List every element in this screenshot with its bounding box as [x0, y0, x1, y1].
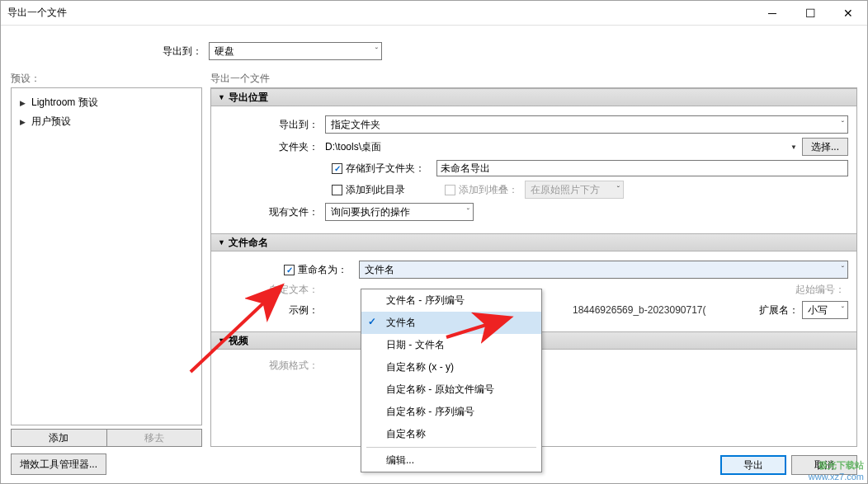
rename-checkbox[interactable]	[284, 265, 295, 275]
menu-item-selected[interactable]: ✓文件名	[361, 312, 541, 334]
chevron-down-icon: ˇ	[842, 120, 844, 129]
plugin-manager-button[interactable]: 增效工具管理器...	[11, 453, 106, 475]
stack-checkbox	[445, 185, 455, 195]
triangle-icon: ▶	[20, 118, 28, 126]
menu-item[interactable]: 自定名称 (x - y)	[361, 356, 541, 378]
choose-folder-button[interactable]: 选择...	[802, 138, 848, 156]
close-button[interactable]: ✕	[829, 1, 867, 26]
remove-preset-button[interactable]: 移去	[106, 429, 203, 447]
check-icon: ✓	[368, 316, 376, 327]
catalog-checkbox[interactable]	[332, 185, 342, 195]
presets-list: ▶ Lightroom 预设 ▶ 用户预设	[11, 87, 202, 425]
subfolder-checkbox[interactable]	[332, 163, 342, 174]
section-export-location[interactable]: ▼ 导出位置	[211, 88, 856, 106]
triangle-down-icon: ▼	[218, 93, 225, 101]
rename-dropdown[interactable]: 文件名 ˇ	[359, 261, 848, 279]
export-button[interactable]: 导出	[720, 455, 786, 475]
preset-item-user[interactable]: ▶ 用户预设	[15, 112, 198, 131]
subfolder-label: 存储到子文件夹：	[346, 162, 425, 176]
menu-item[interactable]: 自定名称	[361, 423, 541, 445]
export-to-dropdown[interactable]: 硬盘 ˇ	[209, 42, 382, 60]
menu-item[interactable]: 自定名称 - 序列编号	[361, 401, 541, 423]
right-panel-header: 导出一个文件	[210, 72, 857, 86]
window-title: 导出一个文件	[7, 6, 67, 20]
chevron-down-icon: ˇ	[842, 306, 844, 315]
triangle-down-icon[interactable]: ▼	[785, 143, 802, 151]
window-controls: ─ ☐ ✕	[753, 1, 867, 26]
existing-dropdown[interactable]: 询问要执行的操作 ˇ	[325, 203, 474, 221]
add-preset-button[interactable]: 添加	[11, 429, 106, 447]
stack-dropdown: 在原始照片下方 ˇ	[525, 181, 624, 199]
menu-item[interactable]: 文件名 - 序列编号	[361, 289, 541, 312]
menu-item[interactable]: 自定名称 - 原始文件编号	[361, 378, 541, 401]
customtext-label: 自定文本：	[219, 283, 325, 297]
folder-path: D:\tools\桌面	[325, 140, 785, 154]
triangle-down-icon: ▼	[218, 336, 225, 345]
export-to-label: 导出到：	[11, 45, 209, 59]
subfolder-input[interactable]	[436, 160, 848, 176]
titlebar: 导出一个文件 ─ ☐ ✕	[1, 1, 867, 26]
catalog-label: 添加到此目录	[346, 183, 445, 197]
folder-label: 文件夹：	[219, 140, 325, 154]
minimize-button[interactable]: ─	[753, 1, 791, 26]
chevron-down-icon: ˇ	[842, 265, 844, 275]
chevron-down-icon: ˇ	[375, 47, 378, 56]
rename-label: 重命名为：	[298, 263, 359, 277]
preset-item-lightroom[interactable]: ▶ Lightroom 预设	[15, 93, 198, 112]
chevron-down-icon: ˇ	[617, 186, 620, 195]
chevron-down-icon: ˇ	[467, 208, 469, 217]
triangle-down-icon: ▼	[218, 238, 225, 247]
loc-exportto-label: 导出到：	[219, 118, 325, 132]
cancel-button[interactable]: 取消	[791, 455, 857, 475]
ext-dropdown[interactable]: 小写 ˇ	[802, 301, 848, 319]
triangle-icon: ▶	[20, 99, 28, 107]
menu-item[interactable]: 日期 - 文件名	[361, 334, 541, 356]
export-to-value: 硬盘	[215, 45, 234, 59]
existing-label: 现有文件：	[219, 205, 325, 219]
example-label: 示例：	[219, 303, 325, 317]
maximize-button[interactable]: ☐	[791, 1, 829, 26]
location-exportto-dropdown[interactable]: 指定文件夹 ˇ	[325, 115, 848, 134]
ext-label: 扩展名：	[759, 303, 799, 317]
stack-label: 添加到堆叠：	[459, 183, 518, 197]
rename-dropdown-menu: 文件名 - 序列编号 ✓文件名 日期 - 文件名 自定名称 (x - y) 自定…	[361, 289, 542, 472]
videoformat-label: 视频格式：	[219, 359, 325, 373]
startnum-label: 起始编号：	[795, 283, 845, 297]
menu-item-edit[interactable]: 编辑...	[361, 449, 541, 472]
example-value: 18446926569_b-2023090717(	[573, 304, 706, 316]
menu-separator	[366, 447, 536, 448]
presets-header: 预设：	[11, 72, 202, 86]
section-file-naming[interactable]: ▼ 文件命名	[211, 233, 856, 251]
